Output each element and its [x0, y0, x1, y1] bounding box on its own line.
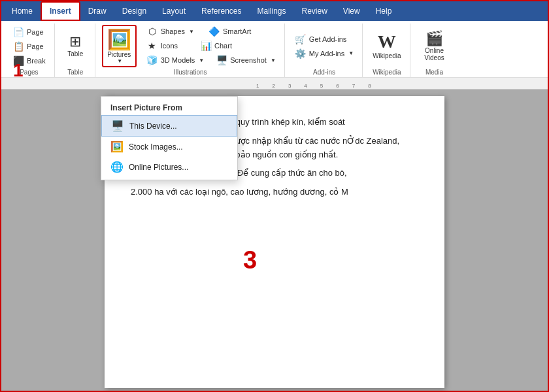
- online-videos-label: OnlineVideos: [424, 47, 444, 61]
- blank-page-label: Page: [27, 42, 44, 50]
- tab-review[interactable]: Review: [294, 1, 335, 21]
- my-addins-label: My Add-ins: [309, 50, 344, 57]
- get-addins-icon: 🛒: [295, 34, 307, 44]
- 3dmodels-arrow: ▼: [199, 57, 204, 63]
- 3dmodels-label: 3D Models: [161, 56, 195, 64]
- ruler-tick-8: 8: [368, 83, 371, 89]
- pictures-btn[interactable]: 🖼️ Pictures ▼: [102, 25, 137, 67]
- group-addins: 🛒 Get Add-ins ⚙️ My Add-ins ▼ Add-ins: [286, 24, 363, 77]
- pictures-icon: 🖼️: [107, 28, 131, 51]
- table-btn[interactable]: ⊞ Table: [62, 33, 88, 59]
- ribbon-content: 📄 Page 📋 Page ⬛ Break Pages: [1, 21, 548, 77]
- get-addins-btn[interactable]: 🛒 Get Add-ins: [291, 33, 350, 46]
- tab-help[interactable]: Help: [368, 1, 400, 21]
- media-items: 🎬 OnlineVideos: [421, 25, 447, 67]
- addins-items: 🛒 Get Add-ins ⚙️ My Add-ins ▼: [291, 25, 357, 67]
- ruler-tick-6: 6: [336, 83, 339, 89]
- document-body: 3 Sản xuất sữa tươi sạch với quy trình k…: [1, 90, 548, 392]
- ruler-tick-2: 2: [272, 83, 274, 89]
- tab-layout[interactable]: Layout: [154, 1, 193, 21]
- shapes-icon: ⬡: [146, 26, 158, 37]
- shapes-arrow: ▼: [189, 29, 194, 35]
- group-wikipedia: W Wikipedia Wikipedia: [364, 24, 410, 77]
- my-addins-arrow: ▼: [348, 50, 354, 56]
- wikipedia-icon: W: [378, 33, 396, 51]
- shapes-btn[interactable]: ⬡ Shapes ▼: [143, 25, 197, 38]
- pictures-dropdown-arrow: ▼: [117, 58, 122, 64]
- chart-icon: 📊: [200, 41, 212, 51]
- ruler-tick-4: 4: [304, 83, 307, 89]
- illustrations-items: 🖼️ Pictures ▼ ⬡ Shapes ▼: [102, 25, 279, 67]
- group-media: 🎬 OnlineVideos Media: [412, 24, 458, 77]
- my-addins-icon: ⚙️: [295, 48, 307, 59]
- this-device-item[interactable]: 🖥️ This Device...: [101, 115, 237, 137]
- icons-icon: ★: [146, 41, 158, 51]
- tab-references[interactable]: References: [193, 1, 249, 21]
- smartart-label: SmartArt: [223, 27, 251, 35]
- ruler: 1 2 3 4 5 6 7 8: [1, 78, 548, 90]
- annotation-3: 3: [243, 246, 257, 274]
- wikipedia-label: Wikipedia: [373, 52, 401, 59]
- stock-images-icon: 🖼️: [110, 140, 124, 153]
- group-illustrations: 🖼️ Pictures ▼ ⬡ Shapes ▼: [97, 24, 285, 77]
- table-icon: ⊞: [69, 35, 81, 49]
- group-pages: 📄 Page 📋 Page ⬛ Break Pages: [4, 24, 55, 77]
- page-icon: 📄: [12, 27, 24, 37]
- addins-group-label: Add-ins: [313, 67, 335, 77]
- tab-mailings[interactable]: Mailings: [249, 1, 293, 21]
- tab-home[interactable]: Home: [4, 1, 41, 21]
- insert-picture-dropdown: Insert Picture From 🖥️ This Device... 🖼️…: [101, 96, 238, 180]
- blank-page-btn[interactable]: 📋 Page: [9, 40, 49, 53]
- shapes-label: Shapes: [161, 27, 185, 35]
- ruler-inner: 1 2 3 4 5 6 7 8: [256, 83, 371, 89]
- screenshot-btn[interactable]: 🖥️ Screenshot ▼: [212, 54, 279, 67]
- ruler-tick-7: 7: [352, 83, 355, 89]
- illus-bot-row: 🧊 3D Models ▼ 🖥️ Screenshot ▼: [143, 54, 279, 67]
- 3dmodels-btn[interactable]: 🧊 3D Models ▼: [143, 54, 208, 67]
- online-pictures-label: Online Pictures...: [129, 163, 188, 172]
- dropdown-header: Insert Picture From: [101, 99, 237, 115]
- screenshot-label: Screenshot: [230, 56, 267, 64]
- illustrations-group-label: Illustrations: [174, 67, 207, 77]
- tab-bar: Home Insert Draw Design Layout Reference…: [1, 1, 548, 21]
- tab-view[interactable]: View: [335, 1, 368, 21]
- doc-paragraph-4: 2.000 ha với các loại ngô, cao lương, hư…: [131, 186, 418, 199]
- screenshot-icon: 🖥️: [216, 55, 227, 65]
- stock-images-label: Stock Images...: [129, 142, 183, 152]
- tab-design[interactable]: Design: [114, 1, 154, 21]
- table-btn-label: Table: [67, 50, 83, 57]
- 3dmodels-icon: 🧊: [146, 55, 158, 65]
- ribbon: Home Insert Draw Design Layout Reference…: [1, 1, 548, 78]
- tab-insert[interactable]: Insert: [41, 1, 80, 21]
- my-addins-btn[interactable]: ⚙️ My Add-ins ▼: [291, 47, 357, 60]
- table-group-label: Table: [67, 67, 83, 77]
- page-label: Page: [27, 28, 44, 36]
- get-addins-label: Get Add-ins: [309, 35, 346, 43]
- online-pictures-icon: 🌐: [110, 161, 124, 173]
- ruler-tick-5: 5: [320, 83, 323, 89]
- illus-mid-row: ★ Icons 📊 Chart: [143, 39, 279, 52]
- table-items: ⊞ Table: [62, 25, 88, 67]
- icons-label: Icons: [161, 42, 178, 50]
- screenshot-arrow: ▼: [271, 57, 276, 63]
- blank-page-icon: 📋: [12, 41, 24, 52]
- page-btn[interactable]: 📄 Page: [9, 25, 49, 39]
- chart-btn[interactable]: 📊 Chart: [197, 39, 235, 52]
- tab-draw[interactable]: Draw: [80, 1, 114, 21]
- wikipedia-btn[interactable]: W Wikipedia: [369, 31, 404, 61]
- stock-images-item[interactable]: 🖼️ Stock Images...: [101, 137, 237, 157]
- smartart-icon: 🔷: [208, 26, 220, 37]
- illustrations-right: ⬡ Shapes ▼ 🔷 SmartArt ★: [143, 25, 279, 67]
- online-videos-icon: 🎬: [425, 31, 443, 46]
- chart-label: Chart: [214, 42, 232, 50]
- ruler-tick-1: 1: [256, 83, 259, 89]
- online-pictures-item[interactable]: 🌐 Online Pictures...: [101, 157, 237, 177]
- icons-btn[interactable]: ★ Icons: [143, 39, 181, 52]
- ruler-tick-3: 3: [288, 83, 291, 89]
- group-table: ⊞ Table Table: [56, 24, 95, 77]
- break-label: Break: [27, 57, 46, 65]
- this-device-icon: 🖥️: [111, 120, 124, 132]
- online-videos-btn[interactable]: 🎬 OnlineVideos: [421, 29, 447, 63]
- smartart-btn[interactable]: 🔷 SmartArt: [205, 25, 254, 38]
- wikipedia-items: W Wikipedia: [369, 25, 404, 67]
